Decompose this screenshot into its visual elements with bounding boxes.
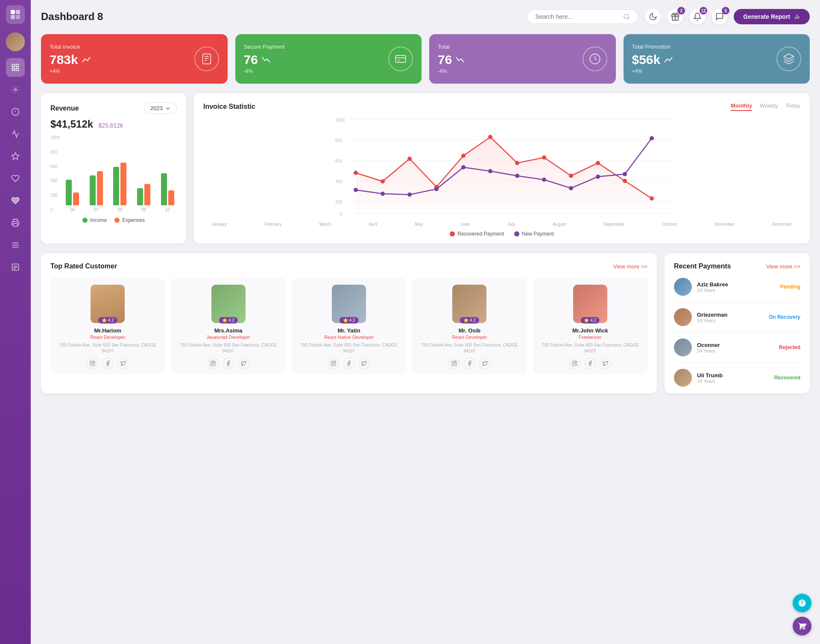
svg-point-62	[542, 155, 546, 160]
sidebar-item-settings[interactable]	[6, 80, 25, 99]
support-floating-btn[interactable]	[793, 594, 811, 612]
sidebar-item-dashboard[interactable]	[6, 58, 25, 77]
facebook-icon[interactable]	[464, 358, 475, 369]
facebook-icon[interactable]	[102, 358, 113, 369]
facebook-icon[interactable]	[223, 358, 234, 369]
svg-point-89	[453, 362, 455, 364]
tab-monthly[interactable]: Monthly	[731, 102, 752, 111]
page-title: Dashboard 8	[41, 11, 520, 23]
payment-status: Rejected	[779, 344, 800, 350]
instagram-icon[interactable]	[87, 358, 98, 369]
svg-rect-3	[16, 15, 20, 19]
gift-badge: 2	[677, 7, 685, 15]
stat-cards: Total invoice 783k +4% Secure Payment 76…	[41, 34, 810, 84]
line-chart-svg: 1000 800 600 400 200 0	[203, 115, 800, 218]
gift-btn[interactable]: 2	[667, 9, 683, 25]
revenue-compare: $25,612k	[99, 122, 123, 129]
stat-card-total: Total 76 -4%	[429, 34, 616, 84]
payment-name: Uli Trumb	[697, 372, 769, 379]
year-selector[interactable]: 2023	[144, 102, 177, 114]
sidebar-item-list[interactable]	[6, 258, 25, 277]
stat-trend-payment: -4%	[244, 68, 285, 74]
sidebar-item-star[interactable]	[6, 147, 25, 166]
generate-report-button[interactable]: Generate Report	[734, 9, 810, 24]
customer-role: Javascript Developer	[176, 335, 280, 340]
payment-avatar	[674, 308, 692, 326]
rating-badge: ⭐ 4.2	[219, 317, 238, 323]
svg-rect-91	[572, 361, 577, 366]
svg-point-56	[381, 179, 385, 184]
svg-point-92	[574, 362, 576, 364]
svg-rect-13	[13, 224, 18, 227]
payment-info: Aziz Bakree 24 Years	[697, 281, 775, 293]
customer-card: ⭐ 4.2 Mr. Osib React Developer 795 Folso…	[412, 278, 527, 374]
svg-rect-1	[16, 10, 20, 14]
legend-expense: Expenses	[122, 217, 145, 223]
recent-payments-card: Recent Payments View more >> Aziz Bakree…	[665, 253, 810, 393]
instagram-icon[interactable]	[448, 358, 460, 369]
bell-btn[interactable]: 12	[689, 9, 706, 25]
customer-role: React Developer	[56, 335, 160, 340]
stat-trend-invoice: +4%	[50, 68, 91, 74]
svg-text:1000: 1000	[335, 118, 345, 122]
payment-avatar	[674, 338, 692, 356]
svg-point-74	[542, 178, 546, 182]
chat-btn[interactable]: 5	[712, 9, 728, 25]
customer-name: Mr.Hariom	[56, 327, 160, 334]
twitter-icon[interactable]	[238, 358, 249, 369]
payment-list: Aziz Bakree 24 Years Pending Griezerman …	[674, 278, 800, 387]
payment-icon	[388, 47, 413, 71]
sidebar-item-analytics[interactable]	[6, 125, 25, 143]
legend-new: New Payment	[522, 231, 554, 237]
twitter-icon[interactable]	[479, 358, 490, 369]
svg-point-84	[214, 361, 214, 362]
charts-row: Revenue 2023 $41,512k $25,612k 1000 800 …	[41, 93, 810, 244]
instagram-icon[interactable]	[569, 358, 580, 369]
facebook-icon[interactable]	[585, 358, 596, 369]
svg-point-90	[455, 361, 456, 362]
tab-weekly[interactable]: Weekly	[760, 102, 778, 111]
twitter-icon[interactable]	[359, 358, 370, 369]
sidebar-item-menu[interactable]	[6, 236, 25, 254]
customer-name: Mr.John Wick	[538, 327, 642, 334]
social-icons	[538, 358, 642, 369]
search-input[interactable]	[535, 13, 620, 20]
payment-status: Recovered	[774, 375, 800, 381]
sidebar-logo[interactable]	[6, 5, 25, 24]
chart-tabs: Monthly Weekly Today	[731, 102, 800, 111]
customer-role: React Native Developer	[297, 335, 401, 340]
sidebar-item-heart2[interactable]	[6, 191, 25, 210]
top-customers-card: Top Rated Customer View more >> ⭐ 4.2 Mr…	[41, 253, 657, 393]
twitter-icon[interactable]	[600, 358, 611, 369]
instagram-icon[interactable]	[208, 358, 219, 369]
stat-value-total: 76	[438, 52, 452, 67]
instagram-icon[interactable]	[328, 358, 339, 369]
sidebar-item-info[interactable]	[6, 102, 25, 121]
rating-badge: ⭐ 4.2	[580, 317, 600, 323]
svg-point-63	[569, 174, 573, 178]
revenue-card: Revenue 2023 $41,512k $25,612k 1000 800 …	[41, 93, 186, 244]
payment-age: 24 Years	[697, 288, 775, 293]
top-customers-view-more[interactable]: View more >>	[613, 263, 647, 270]
revenue-bar-chart: 1000 800 600 400 200 0	[50, 135, 177, 212]
payment-info: Griezerman 24 Years	[697, 312, 764, 323]
avatar[interactable]	[6, 32, 25, 51]
svg-line-22	[628, 18, 629, 19]
customer-address: 795 Folsom Ave, Suite 600 San Francisco,…	[538, 342, 642, 354]
rating-badge: ⭐ 4.2	[460, 317, 479, 323]
sidebar-item-print[interactable]	[6, 213, 25, 232]
svg-point-69	[407, 192, 412, 197]
tab-today[interactable]: Today	[785, 102, 800, 111]
svg-point-66	[650, 196, 654, 201]
theme-toggle-btn[interactable]	[645, 9, 661, 25]
svg-point-67	[354, 188, 358, 192]
payment-info: Uli Trumb 24 Years	[697, 372, 769, 384]
twitter-icon[interactable]	[117, 358, 129, 369]
invoice-icon	[194, 47, 219, 71]
svg-text:800: 800	[335, 138, 343, 143]
cart-floating-btn[interactable]	[793, 617, 811, 635]
svg-rect-79	[90, 361, 95, 366]
facebook-icon[interactable]	[343, 358, 354, 369]
sidebar-item-heart[interactable]	[6, 169, 25, 188]
recent-payments-view-more[interactable]: View more >>	[766, 263, 800, 270]
